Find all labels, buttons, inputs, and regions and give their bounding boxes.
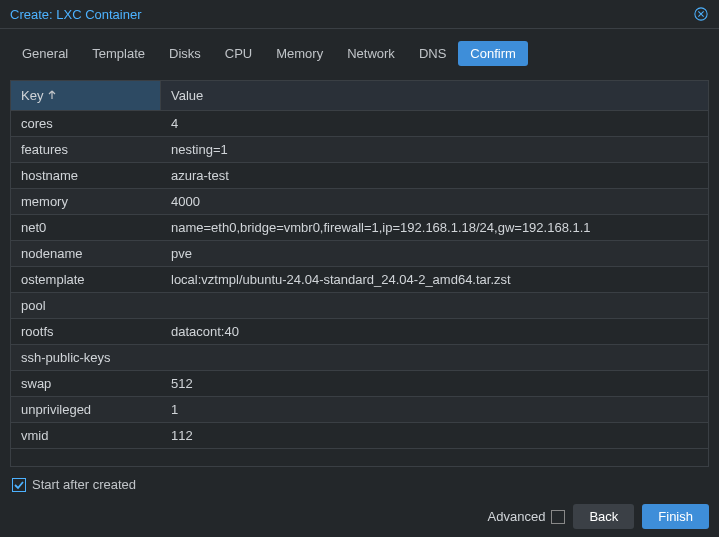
table-row[interactable]: pool [11, 292, 708, 318]
cell-key: memory [11, 189, 161, 214]
sort-asc-icon [47, 88, 57, 103]
confirm-panel: Key Value cores4featuresnesting=1hostnam… [0, 72, 719, 496]
cell-value: pve [161, 241, 708, 266]
cell-value: 4000 [161, 189, 708, 214]
table-row[interactable]: swap512 [11, 370, 708, 396]
bottom-bar: Advanced Back Finish [0, 496, 719, 537]
cell-value: 112 [161, 423, 708, 448]
finish-button[interactable]: Finish [642, 504, 709, 529]
table-row[interactable]: ssh-public-keys [11, 344, 708, 370]
cell-value: nesting=1 [161, 137, 708, 162]
table-row[interactable]: unprivileged1 [11, 396, 708, 422]
cell-value: datacont:40 [161, 319, 708, 344]
advanced-checkbox[interactable] [551, 510, 565, 524]
cell-key: unprivileged [11, 397, 161, 422]
tab-template[interactable]: Template [80, 41, 157, 66]
cell-key: pool [11, 293, 161, 318]
tab-general[interactable]: General [10, 41, 80, 66]
tab-cpu[interactable]: CPU [213, 41, 264, 66]
start-after-created-row: Start after created [10, 467, 709, 492]
back-button[interactable]: Back [573, 504, 634, 529]
advanced-label: Advanced [488, 509, 546, 524]
titlebar: Create: LXC Container [0, 0, 719, 29]
cell-key: cores [11, 111, 161, 136]
column-key-label: Key [21, 88, 43, 103]
cell-key: rootfs [11, 319, 161, 344]
grid-header: Key Value [11, 81, 708, 110]
cell-key: features [11, 137, 161, 162]
cell-key: vmid [11, 423, 161, 448]
dialog-title: Create: LXC Container [10, 7, 142, 22]
table-row[interactable]: ostemplatelocal:vztmpl/ubuntu-24.04-stan… [11, 266, 708, 292]
tab-confirm[interactable]: Confirm [458, 41, 528, 66]
table-row[interactable]: cores4 [11, 110, 708, 136]
grid-footer [11, 448, 708, 466]
start-after-created-checkbox[interactable] [12, 478, 26, 492]
column-value[interactable]: Value [161, 81, 708, 110]
table-row[interactable]: rootfsdatacont:40 [11, 318, 708, 344]
table-row[interactable]: memory4000 [11, 188, 708, 214]
start-after-created-label: Start after created [32, 477, 136, 492]
cell-key: ostemplate [11, 267, 161, 292]
cell-value: name=eth0,bridge=vmbr0,firewall=1,ip=192… [161, 215, 708, 240]
cell-value: 4 [161, 111, 708, 136]
advanced-group: Advanced [488, 509, 566, 524]
tab-strip: GeneralTemplateDisksCPUMemoryNetworkDNSC… [0, 29, 719, 72]
cell-key: swap [11, 371, 161, 396]
cell-value: local:vztmpl/ubuntu-24.04-standard_24.04… [161, 267, 708, 292]
tab-network[interactable]: Network [335, 41, 407, 66]
cell-value: 1 [161, 397, 708, 422]
column-value-label: Value [171, 88, 203, 103]
cell-key: nodename [11, 241, 161, 266]
cell-value [161, 293, 708, 318]
tab-disks[interactable]: Disks [157, 41, 213, 66]
cell-key: hostname [11, 163, 161, 188]
table-row[interactable]: vmid112 [11, 422, 708, 448]
table-row[interactable]: hostnameazura-test [11, 162, 708, 188]
cell-key: ssh-public-keys [11, 345, 161, 370]
summary-grid: Key Value cores4featuresnesting=1hostnam… [10, 80, 709, 467]
cell-value: azura-test [161, 163, 708, 188]
table-row[interactable]: net0name=eth0,bridge=vmbr0,firewall=1,ip… [11, 214, 708, 240]
cell-value [161, 345, 708, 370]
table-row[interactable]: featuresnesting=1 [11, 136, 708, 162]
column-key[interactable]: Key [11, 81, 161, 110]
cell-key: net0 [11, 215, 161, 240]
table-row[interactable]: nodenamepve [11, 240, 708, 266]
close-icon[interactable] [693, 6, 709, 22]
tab-memory[interactable]: Memory [264, 41, 335, 66]
grid-body: cores4featuresnesting=1hostnameazura-tes… [11, 110, 708, 448]
tab-dns[interactable]: DNS [407, 41, 458, 66]
create-lxc-dialog: Create: LXC Container GeneralTemplateDis… [0, 0, 719, 537]
cell-value: 512 [161, 371, 708, 396]
